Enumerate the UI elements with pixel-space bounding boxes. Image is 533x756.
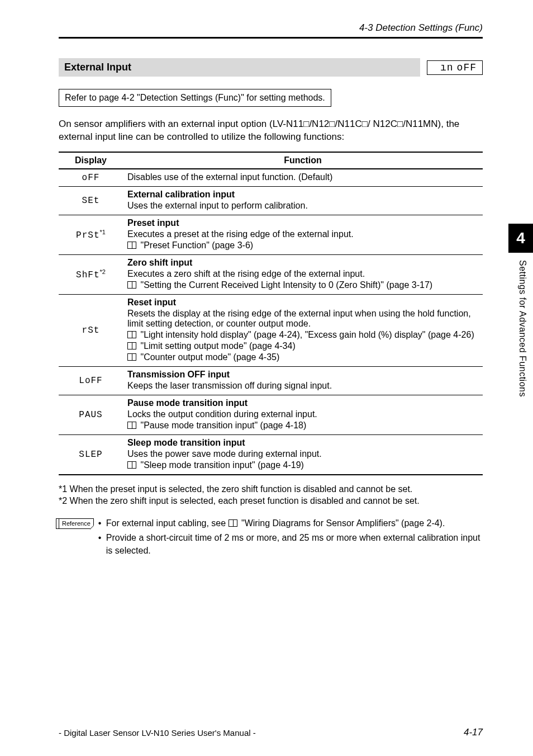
reference-bullet-1: For external input cabling, see "Wiring … (106, 517, 483, 530)
lcd-indicator: ın oFF (427, 60, 483, 75)
function-line: External calibration input (127, 190, 478, 200)
display-cell: SLEP (59, 434, 123, 475)
display-cell: PAUS (59, 395, 123, 434)
book-icon (127, 342, 136, 349)
function-line: Transmission OFF input (127, 370, 478, 380)
book-icon (127, 242, 136, 249)
footnotes: *1 When the preset input is selected, th… (59, 483, 483, 507)
function-line: Reset input (127, 297, 478, 308)
function-line: Resets the display at the rising edge of… (127, 309, 478, 329)
function-line: "Pause mode transition input" (page 4-18… (127, 420, 478, 431)
book-icon (229, 519, 237, 527)
book-icon (127, 422, 136, 429)
reference-bullet-2: Provide a short-circuit time of 2 ms or … (106, 532, 483, 557)
function-line: Uses the external input to perform calib… (127, 201, 478, 211)
page-header-section: 4-3 Detection Settings (Func) (59, 22, 483, 34)
function-line: Locks the output condition during extern… (127, 409, 478, 419)
section-heading-bar: External Input ın oFF (59, 58, 483, 77)
function-cell: Disables use of the external input funct… (123, 169, 483, 187)
table-row: SEtExternal calibration inputUses the ex… (59, 186, 483, 215)
function-line: "Sleep mode transition input" (page 4-19… (127, 460, 478, 470)
th-function: Function (123, 152, 483, 169)
table-row: PAUSPause mode transition inputLocks the… (59, 395, 483, 434)
display-cell: PrSt*1 (59, 215, 123, 254)
section-title: External Input (59, 58, 420, 77)
footer-page-number: 4-17 (464, 727, 483, 738)
book-icon (127, 331, 136, 338)
function-line: "Counter output mode" (page 4-35) (127, 352, 478, 362)
th-display: Display (59, 152, 123, 169)
function-cell: Transmission OFF inputKeeps the laser tr… (123, 366, 483, 395)
lcd-right: oFF (457, 62, 477, 73)
function-cell: Pause mode transition inputLocks the out… (123, 395, 483, 434)
function-cell: Sleep mode transition inputUses the powe… (123, 434, 483, 475)
intro-paragraph: On sensor amplifiers with an external in… (59, 118, 483, 144)
book-icon (127, 281, 136, 289)
book-icon (127, 353, 136, 361)
ref-b1-a: For external input cabling, see (106, 518, 229, 528)
function-cell: Zero shift inputExecutes a zero shift at… (123, 254, 483, 294)
function-line: Pause mode transition input (127, 398, 478, 408)
function-line: "Preset Function" (page 3-6) (127, 240, 478, 251)
function-line: Preset input (127, 218, 478, 228)
function-cell: External calibration inputUses the exter… (123, 186, 483, 215)
refer-box: Refer to page 4-2 "Detection Settings (F… (59, 89, 331, 107)
footer-manual-title: - Digital Laser Sensor LV-N10 Series Use… (59, 728, 256, 738)
table-row: rStReset inputResets the display at the … (59, 294, 483, 366)
table-row: PrSt*1Preset inputExecutes a preset at t… (59, 215, 483, 254)
function-line: Keeps the laser transmission off during … (127, 381, 478, 391)
footnote-2: *2 When the zero shift input is selected… (59, 495, 483, 507)
table-row: ShFt*2Zero shift inputExecutes a zero sh… (59, 254, 483, 294)
function-line: Sleep mode transition input (127, 438, 478, 448)
header-section-ref: 4-3 Detection Settings (Func) (359, 22, 483, 33)
intro-text: On sensor amplifiers with an external in… (59, 119, 459, 142)
function-line: Executes a zero shift at the rising edge… (127, 269, 478, 279)
display-cell: rSt (59, 294, 123, 366)
table-row: SLEPSleep mode transition inputUses the … (59, 434, 483, 475)
display-cell: ShFt*2 (59, 254, 123, 294)
function-line: Uses the power save mode during external… (127, 449, 478, 459)
reference-label: Reference (62, 520, 91, 527)
reference-badge: Reference (59, 518, 94, 529)
function-line: "Limit setting output mode" (page 4-34) (127, 341, 478, 351)
function-line: Executes a preset at the rising edge of … (127, 229, 478, 239)
reference-block: Reference For external input cabling, se… (59, 517, 483, 559)
book-icon (127, 461, 136, 469)
ref-b1-b: "Wiring Diagrams for Sensor Amplifiers" … (241, 518, 445, 528)
function-line: "Setting the Current Received Light Inte… (127, 280, 478, 290)
function-line: Disables use of the external input funct… (127, 172, 478, 182)
function-line: Zero shift input (127, 258, 478, 268)
header-rule (59, 37, 483, 39)
display-cell: oFF (59, 169, 123, 187)
table-row: LoFFTransmission OFF inputKeeps the lase… (59, 366, 483, 395)
function-table: Display Function oFFDisables use of the … (59, 152, 483, 475)
function-cell: Preset inputExecutes a preset at the ris… (123, 215, 483, 254)
function-line: "Light intensity hold display" (page 4-2… (127, 330, 478, 340)
display-cell: LoFF (59, 366, 123, 395)
lcd-left: ın (440, 62, 454, 73)
display-cell: SEt (59, 186, 123, 215)
page-footer: - Digital Laser Sensor LV-N10 Series Use… (59, 727, 483, 738)
footnote-1: *1 When the preset input is selected, th… (59, 483, 483, 495)
function-cell: Reset inputResets the display at the ris… (123, 294, 483, 366)
table-row: oFFDisables use of the external input fu… (59, 169, 483, 187)
